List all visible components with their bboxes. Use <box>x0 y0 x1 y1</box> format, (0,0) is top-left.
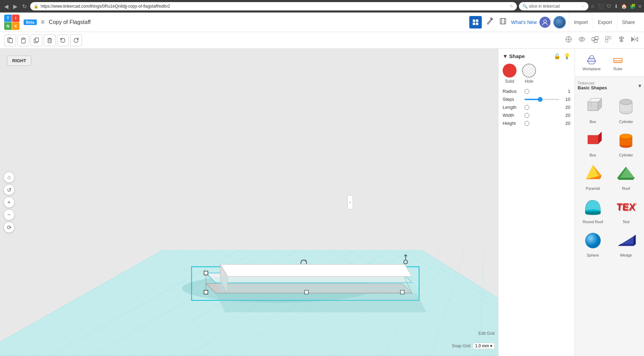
user-icon[interactable] <box>539 17 551 28</box>
shape-name-pyramid: Pyramid <box>586 186 600 191</box>
logo-k: K <box>12 22 20 30</box>
share-button[interactable]: Share <box>617 13 640 32</box>
forward-button[interactable]: ▶ <box>12 2 19 10</box>
width-control <box>525 113 559 118</box>
radius-control <box>525 89 559 94</box>
shield-icon[interactable]: 🛡 <box>606 3 611 9</box>
tinkercad-logo[interactable]: T I N K <box>4 15 19 30</box>
shape-item-wedge[interactable]: Wedge <box>611 228 642 259</box>
shape-item-sphere[interactable]: Sphere <box>578 228 608 259</box>
length-label: Length <box>503 105 522 110</box>
edit-grid-label[interactable]: Edit Grid <box>478 331 495 336</box>
main-layout: RIGHT <box>0 49 644 356</box>
right-panel-top: Workplane Ruler <box>575 49 644 77</box>
logo-n: N <box>4 22 12 30</box>
height-radio[interactable] <box>525 121 529 126</box>
import-button[interactable]: Import <box>569 13 593 32</box>
3d-view-button[interactable] <box>469 16 482 29</box>
undo-button[interactable] <box>57 34 69 46</box>
steps-value: 10 <box>562 97 570 102</box>
svg-rect-2 <box>473 23 475 25</box>
address-bar[interactable]: 🔒 https://www.tinkercad.com/things/0Ru1e… <box>30 2 517 10</box>
svg-marker-85 <box>220 264 412 276</box>
length-radio[interactable] <box>525 105 529 110</box>
reset-view-button[interactable]: ⟳ <box>3 222 15 233</box>
svg-marker-111 <box>598 132 602 144</box>
back-button[interactable]: ◀ <box>3 2 10 10</box>
download-icon[interactable]: ⬇ <box>614 3 618 9</box>
shape-item-box-wire[interactable]: Box <box>578 95 608 125</box>
shape-item-cylinder-solid[interactable]: Cylinder <box>611 128 642 159</box>
steps-label: Steps <box>503 97 522 102</box>
zoom-out-button[interactable]: − <box>3 209 15 220</box>
library-dropdown-arrow[interactable]: ▾ <box>638 82 641 89</box>
svg-marker-88 <box>587 61 596 64</box>
shape-item-box-solid[interactable]: Box <box>578 128 608 159</box>
search-bar[interactable]: 🔍 slice in tinkercad → <box>519 2 588 10</box>
user-avatar[interactable] <box>553 16 566 29</box>
group-btn[interactable] <box>590 34 600 46</box>
whats-new-button[interactable]: What's New <box>511 19 537 25</box>
svg-marker-87 <box>214 277 419 292</box>
extension-icon[interactable]: 🧩 <box>630 3 636 9</box>
workplane-button[interactable]: Workplane <box>578 52 605 73</box>
snap-grid-control: Snap Grid 1.0 mm ▾ <box>452 343 495 349</box>
zoom-in-button[interactable]: + <box>3 197 15 208</box>
collapse-panel-arrow[interactable]: › <box>347 195 353 209</box>
ungroup-btn[interactable] <box>603 34 613 46</box>
workplane-icon-btn[interactable] <box>563 34 574 46</box>
steps-control <box>525 99 559 100</box>
steps-slider[interactable] <box>525 99 559 100</box>
snap-grid-value[interactable]: 1.0 mm ▾ <box>473 343 495 349</box>
star-icon[interactable]: ☆ <box>591 3 595 9</box>
shape-thumbnail-cylinder-solid <box>615 129 637 152</box>
svg-rect-5 <box>500 18 506 24</box>
bookmark-icon[interactable]: ⬛ <box>598 3 604 9</box>
right-panel: Workplane Ruler <box>575 49 644 356</box>
shape-properties-panel: ▼ Shape 🔒 💡 Solid Hole Radius <box>498 49 575 356</box>
hole-option[interactable]: Hole <box>522 64 536 84</box>
lock-shape-icon[interactable]: 🔒 <box>554 53 561 59</box>
shape-panel-header: ▼ Shape 🔒 💡 <box>503 53 570 59</box>
solid-option[interactable]: Solid <box>503 64 517 84</box>
radius-radio[interactable] <box>525 89 529 94</box>
svg-rect-26 <box>609 37 611 39</box>
svg-rect-12 <box>22 38 24 39</box>
width-radio[interactable] <box>525 113 529 118</box>
home-browser-icon[interactable]: 🏠 <box>621 3 627 9</box>
paste-button[interactable] <box>17 34 29 46</box>
hide-toggle-btn[interactable] <box>577 34 587 46</box>
ruler-button[interactable]: Ruler <box>608 52 628 73</box>
svg-point-8 <box>544 20 546 23</box>
shape-item-roof[interactable]: Roof <box>611 161 642 192</box>
height-row: Height 20 <box>503 121 570 126</box>
shape-item-pyramid[interactable]: Pyramid <box>578 161 608 192</box>
lock-icon: 🔒 <box>34 4 39 9</box>
light-shape-icon[interactable]: 💡 <box>563 53 570 59</box>
copy-to-workplane-button[interactable] <box>4 34 16 46</box>
shape-item-text[interactable]: TEXT TEXT Text <box>611 195 642 225</box>
document-title[interactable]: Copy of Flagstaff <box>49 19 465 25</box>
svg-rect-15 <box>48 39 51 43</box>
home-view-button[interactable]: ⌂ <box>3 172 15 183</box>
refresh-button[interactable]: ↻ <box>21 2 28 10</box>
collapse-shape-icon[interactable]: ▼ <box>503 53 508 59</box>
hammer-icon-button[interactable] <box>485 16 495 29</box>
app-header: T I N K Beta ≡ Copy of Flagstaff <box>0 13 644 32</box>
align-btn[interactable] <box>616 34 627 46</box>
svg-rect-10 <box>9 39 13 43</box>
shape-item-cylinder-wire[interactable]: Cylinder <box>611 95 642 125</box>
menu-icon[interactable]: ≡ <box>638 3 641 9</box>
shape-item-round-roof[interactable]: Round Roof <box>578 195 608 225</box>
mirror-btn[interactable] <box>629 34 640 46</box>
orbit-button[interactable]: ↺ <box>3 184 15 195</box>
duplicate-button[interactable] <box>31 34 42 46</box>
align-icon-button[interactable] <box>498 16 508 29</box>
library-name-text: Basic Shapes <box>578 85 607 90</box>
svg-marker-110 <box>588 135 598 144</box>
canvas-area[interactable]: RIGHT <box>0 49 498 356</box>
length-control <box>525 105 559 110</box>
export-button[interactable]: Export <box>593 13 617 32</box>
redo-button[interactable] <box>70 34 82 46</box>
delete-button[interactable] <box>44 34 56 46</box>
